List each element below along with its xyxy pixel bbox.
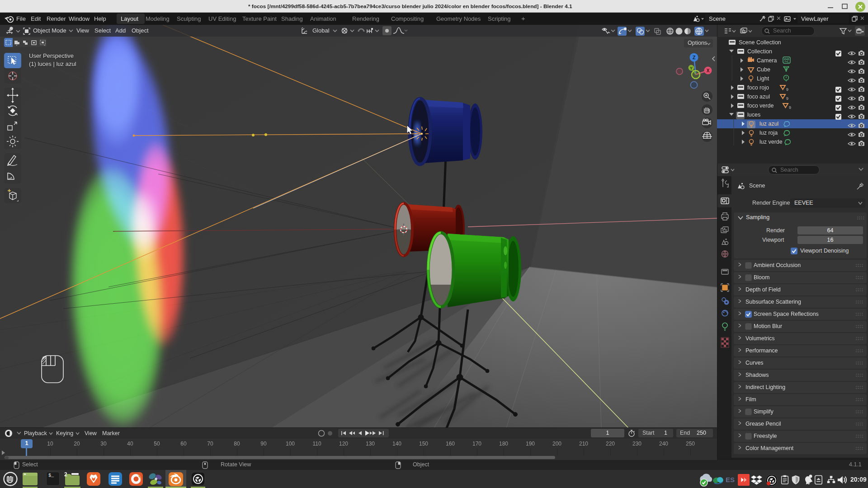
svg-text:Y: Y — [690, 66, 693, 70]
svg-text:Collection: Collection — [747, 48, 772, 55]
svg-text:X: X — [707, 68, 710, 73]
svg-text:Z: Z — [693, 55, 696, 60]
svg-text:foco azul: foco azul — [747, 94, 770, 100]
svg-text:Scene Collection: Scene Collection — [739, 39, 781, 46]
svg-text:foco verde: foco verde — [747, 103, 774, 109]
svg-text:Cube: Cube — [757, 66, 770, 73]
svg-text:luz roja: luz roja — [760, 130, 778, 136]
svg-text:Camera: Camera — [757, 57, 777, 64]
svg-text:foco rojo: foco rojo — [747, 84, 769, 91]
svg-text:9: 9 — [789, 105, 791, 110]
svg-text:9: 9 — [786, 87, 788, 92]
svg-text:luz azul: luz azul — [760, 121, 778, 127]
svg-text:luz verde: luz verde — [760, 139, 783, 145]
svg-text:9: 9 — [786, 96, 788, 101]
svg-text:Light: Light — [757, 75, 769, 82]
svg-text:2: 2 — [64, 472, 67, 478]
svg-text:luces: luces — [747, 112, 760, 118]
